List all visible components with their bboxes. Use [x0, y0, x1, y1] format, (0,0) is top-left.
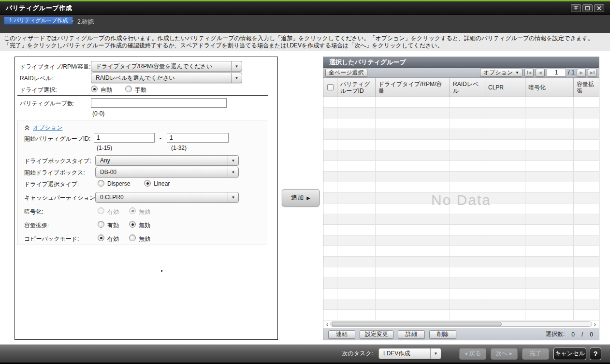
table-cell: [450, 310, 485, 320]
table-cell: [574, 161, 599, 172]
select-all-pages-button[interactable]: 全ページ選択: [325, 69, 367, 77]
parity-group-count-label: パリティグループ数:: [20, 100, 74, 108]
table-cell: [337, 118, 376, 129]
start-drive-box-label: 開始ドライブボックス:: [24, 169, 85, 177]
encryption-disabled-radio: [129, 207, 136, 214]
raid-level-dropdown[interactable]: RAIDレベルを選んでください ▼: [91, 73, 242, 83]
collapse-icon[interactable]: [24, 124, 30, 133]
next-button-label: 次へ: [496, 349, 508, 358]
capacity-expansion-disabled-radio[interactable]: [129, 221, 136, 228]
table-cell: [574, 97, 599, 108]
table-cell: [337, 108, 376, 118]
cancel-button[interactable]: キャンセル: [553, 348, 586, 360]
cache-partition-dropdown[interactable]: 0:CLPR0 ▼: [95, 192, 239, 203]
capacity-expansion-enabled-label: 有効: [107, 221, 119, 230]
maximize-icon: [584, 5, 591, 11]
encryption-enabled-radio: [98, 207, 104, 214]
maximize-button[interactable]: [582, 4, 593, 12]
start-parity-group-id-input-2[interactable]: [167, 133, 229, 143]
table-cell: [323, 278, 337, 289]
table-row: [323, 299, 599, 310]
close-button[interactable]: [594, 4, 604, 12]
table-cell: [450, 267, 485, 278]
start-parity-group-id-input-1[interactable]: [94, 133, 155, 143]
prev-page-button: ◀: [536, 69, 545, 77]
divider: [17, 95, 268, 96]
table-row: [323, 246, 599, 257]
table-toolbar: 全ページ選択 オプション ▼ ◀ ◀ / 1 ▶ ▶: [323, 68, 599, 78]
table-cell: [337, 225, 376, 235]
capacity-expansion-disabled-label: 無効: [139, 221, 150, 230]
help-button[interactable]: ?: [590, 348, 601, 360]
table-cell: [337, 235, 376, 246]
finish-button: 完了: [522, 348, 549, 360]
detail-button[interactable]: 詳細: [398, 330, 425, 339]
chevron-down-icon: ▼: [231, 61, 242, 71]
table-row: [323, 257, 599, 267]
table-cell: [485, 310, 525, 320]
delete-button[interactable]: 削除: [429, 330, 456, 339]
step-tab-create[interactable]: 1.パリティグループ作成: [4, 16, 73, 25]
last-page-icon: ▶: [590, 71, 593, 75]
parity-group-count-range: (0-0): [92, 110, 104, 117]
table-cell: [485, 150, 525, 161]
table-cell: [337, 140, 376, 150]
column-header-capacity-expansion: 容量拡張: [574, 78, 599, 97]
start-drive-box-dropdown[interactable]: DB-00 ▼: [95, 167, 239, 177]
table-cell: [450, 161, 485, 172]
table-cell: [485, 182, 525, 193]
scrollbar-thumb[interactable]: [332, 322, 502, 326]
drive-selection-type-disperse-radio[interactable]: [98, 180, 104, 187]
options-link[interactable]: オプション: [33, 124, 62, 132]
table-row: [323, 289, 599, 299]
page-number-input[interactable]: [547, 69, 566, 77]
table-row: [323, 225, 599, 235]
table-cell: [485, 108, 525, 118]
finish-button-label: 完了: [530, 349, 541, 358]
next-task-value: LDEV作成: [379, 349, 430, 358]
copy-back-mode-enabled-radio[interactable]: [98, 234, 104, 241]
table-cell: [376, 289, 450, 299]
table-cell: [323, 214, 337, 225]
change-settings-button[interactable]: 設定変更: [360, 330, 393, 339]
concatenate-button[interactable]: 連結: [328, 330, 355, 339]
raid-level-value: RAIDレベルを選んでください: [91, 74, 231, 82]
table-cell: [525, 214, 574, 225]
table-row: [323, 161, 599, 172]
table-cell: [323, 129, 337, 140]
table-footer: 連結 設定変更 詳細 削除 選択数: 0 / 0: [323, 328, 599, 340]
table-cell: [450, 108, 485, 118]
drive-box-type-dropdown[interactable]: Any ▼: [95, 155, 239, 166]
drive-box-type-value: Any: [96, 157, 228, 164]
capacity-expansion-enabled-radio[interactable]: [98, 221, 104, 228]
select-all-checkbox[interactable]: [327, 84, 334, 90]
table-cell: [450, 278, 485, 289]
column-header-encryption: 暗号化: [525, 78, 574, 97]
table-cell: [525, 257, 574, 267]
scroll-right-icon[interactable]: ›: [592, 321, 598, 327]
table-cell: [525, 172, 574, 182]
horizontal-scrollbar: ‹ ›: [323, 320, 599, 328]
next-task-dropdown[interactable]: LDEV作成 ▼: [378, 348, 441, 359]
add-button[interactable]: 追加 ▶: [282, 189, 320, 206]
drive-selection-type-linear-radio[interactable]: [144, 180, 151, 187]
table-cell: [574, 267, 599, 278]
table-cell: [485, 267, 525, 278]
table-cell: [450, 235, 485, 246]
scrollbar-track[interactable]: [330, 321, 592, 327]
scroll-left-icon[interactable]: ‹: [324, 321, 330, 327]
drive-selection-manual-radio[interactable]: [125, 86, 132, 92]
copy-back-mode-disabled-radio[interactable]: [129, 234, 136, 241]
table-cell: [323, 225, 337, 235]
drive-selection-auto-radio[interactable]: [91, 86, 98, 92]
table-row: [323, 182, 599, 193]
table-cell: [574, 172, 599, 182]
back-button-label: 戻る: [469, 349, 481, 358]
range-separator: -: [160, 135, 161, 142]
drive-type-dropdown[interactable]: ドライブタイプ/RPM/容量を選んでください ▼: [91, 61, 242, 72]
rollup-button[interactable]: [571, 4, 581, 12]
chevron-down-icon: ▼: [430, 349, 441, 359]
table-options-button[interactable]: オプション ▼: [480, 69, 523, 77]
parity-group-count-input[interactable]: [91, 98, 227, 108]
table-cell: [450, 182, 485, 193]
